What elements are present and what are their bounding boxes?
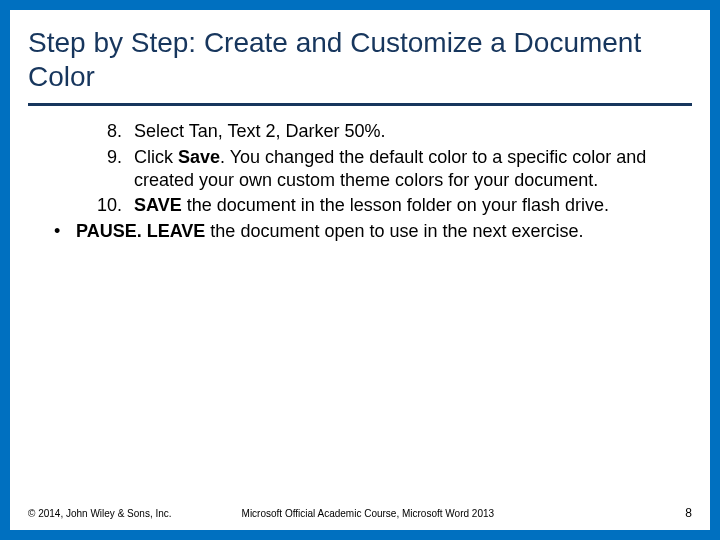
closing-bold: PAUSE. LEAVE	[76, 221, 205, 241]
footer: © 2014, John Wiley & Sons, Inc. Microsof…	[28, 506, 692, 520]
step-item: 10. SAVE the document in the lesson fold…	[34, 194, 686, 217]
footer-copyright: © 2014, John Wiley & Sons, Inc.	[28, 508, 172, 519]
step-item: 8. Select Tan, Text 2, Darker 50%.	[34, 120, 686, 143]
outer-list-item: 8. Select Tan, Text 2, Darker 50%. 9. Cl…	[34, 120, 686, 218]
step-number: 10.	[82, 194, 122, 217]
step-text-bold: SAVE	[134, 195, 182, 215]
title-underline	[28, 103, 692, 106]
closing-bullet: PAUSE. LEAVE the document open to use in…	[34, 220, 686, 243]
step-text-before: Click	[134, 147, 178, 167]
step-number: 9.	[82, 146, 122, 169]
step-number: 8.	[82, 120, 122, 143]
step-text-bold: Save	[178, 147, 220, 167]
footer-page-number: 8	[685, 506, 692, 520]
slide-body: 8. Select Tan, Text 2, Darker 50%. 9. Cl…	[28, 116, 692, 243]
step-item: 9. Click Save. You changed the default c…	[34, 146, 686, 193]
steps-list: 8. Select Tan, Text 2, Darker 50%. 9. Cl…	[34, 120, 686, 218]
footer-course: Microsoft Official Academic Course, Micr…	[172, 508, 686, 519]
step-text-after: the document in the lesson folder on you…	[182, 195, 609, 215]
closing-after: the document open to use in the next exe…	[205, 221, 583, 241]
step-text-before: Select Tan, Text 2, Darker 50%.	[134, 121, 385, 141]
slide-title: Step by Step: Create and Customize a Doc…	[28, 22, 692, 103]
slide: Step by Step: Create and Customize a Doc…	[0, 0, 720, 540]
